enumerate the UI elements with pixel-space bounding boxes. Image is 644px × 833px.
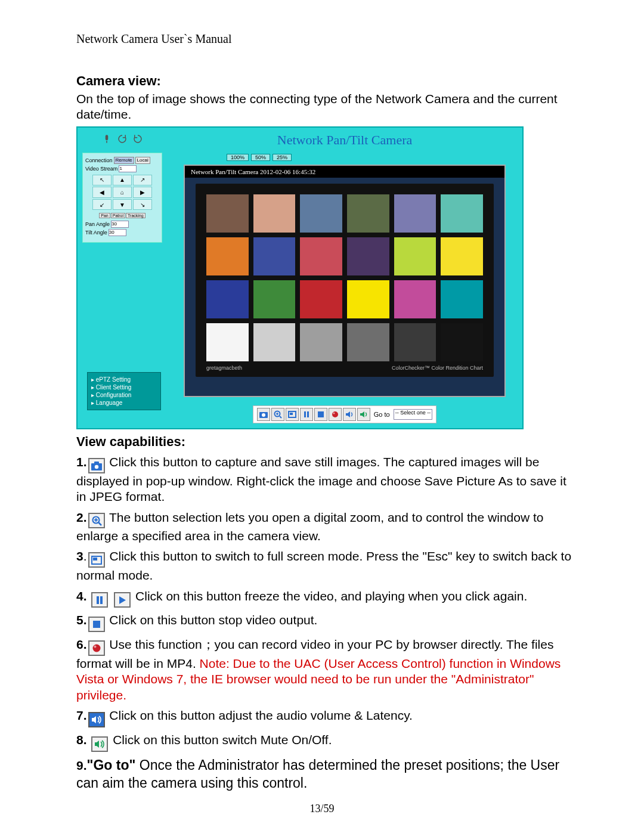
zoom-100[interactable]: 100%: [227, 154, 249, 161]
svg-line-19: [98, 522, 101, 525]
ptz-up-right[interactable]: ↗: [133, 175, 152, 186]
ptz-home[interactable]: ⌂: [113, 187, 132, 198]
cap8-text: Click on this button switch Mute On/Off.: [113, 733, 332, 747]
connection-label: Connection: [85, 157, 113, 163]
num-8: 8.: [76, 733, 87, 747]
fullscreen-icon: [288, 411, 296, 418]
refresh-icon: [117, 134, 128, 144]
svg-rect-26: [93, 621, 100, 628]
pan-button[interactable]: Pan: [99, 213, 110, 218]
tilt-angle-select[interactable]: 30: [109, 229, 126, 236]
cap4-text: Click on this button freeze the video, a…: [135, 589, 527, 603]
ptz-down-right[interactable]: ↘: [133, 199, 152, 210]
patrol-button[interactable]: Patrol: [111, 213, 125, 218]
ptz-down-left[interactable]: ↙: [92, 199, 112, 210]
record-icon: [332, 411, 339, 418]
ptz-down[interactable]: ▼: [113, 199, 132, 210]
pan-angle-select[interactable]: 30: [111, 221, 129, 228]
cap2-text: The button selection lets you open a dig…: [76, 510, 543, 543]
capability-7: 7. Click on this button adjust the audio…: [76, 708, 578, 727]
svg-point-13: [332, 411, 338, 417]
checker-swatch-16: [394, 280, 436, 318]
svg-rect-11: [307, 411, 309, 417]
mic-icon: [101, 134, 112, 144]
sidebar-top-icons: [78, 128, 167, 144]
remote-button[interactable]: Remote: [114, 157, 134, 164]
num-3: 3: [76, 549, 83, 563]
capability-6: 6. Use this function；you can record vide…: [76, 637, 578, 703]
checker-swatch-0: [206, 194, 249, 233]
toolbar-stop[interactable]: [314, 408, 327, 421]
checker-swatch-10: [394, 237, 436, 275]
toolbar-pause[interactable]: [300, 408, 313, 421]
video-stream-select[interactable]: 1: [119, 165, 137, 172]
capability-3: 3. Click this button to switch to full s…: [76, 549, 578, 584]
camera-view-heading: Camera view:: [76, 73, 578, 89]
checker-swatch-23: [441, 323, 483, 361]
zoom-icon: [274, 410, 282, 419]
capability-2: 2. The button selection lets you open a …: [76, 510, 578, 544]
control-panel: Connection Remote Local Video Stream 1 ↖…: [82, 153, 162, 243]
cap1-text: Click this button to capture and save st…: [76, 455, 566, 504]
capability-1: 1. Click this button to capture and save…: [76, 454, 578, 505]
stop-icon-box: [88, 617, 105, 632]
checker-name: ColorChecker™ Color Rendition Chart: [392, 365, 483, 371]
local-button[interactable]: Local: [135, 157, 150, 164]
checker-swatch-6: [206, 237, 249, 275]
toolbar-record[interactable]: [329, 408, 342, 421]
camera-icon: [259, 411, 268, 418]
pan-angle-label: Pan Angle: [85, 221, 110, 227]
fullscreen-icon-box: [88, 552, 105, 568]
capability-9: 9."Go to" Once the Administrator has det…: [76, 757, 578, 792]
tracking-button[interactable]: Tracking: [126, 213, 145, 218]
checker-swatch-8: [300, 237, 342, 275]
ptz-up[interactable]: ▲: [113, 175, 132, 186]
num-5: 5.: [76, 613, 87, 627]
pause-icon: [303, 411, 310, 418]
volume-icon-box: [88, 712, 105, 727]
stop-icon: [317, 411, 324, 418]
toolbar-fullscreen[interactable]: [286, 408, 299, 421]
checker-swatch-20: [300, 323, 342, 361]
zoom-25[interactable]: 25%: [273, 154, 292, 161]
color-checker: gretagmacbeth ColorChecker™ Color Rendit…: [196, 184, 494, 377]
checker-swatch-19: [253, 323, 296, 361]
capability-5: 5. Click on this button stop video outpu…: [76, 612, 578, 632]
svg-rect-10: [304, 411, 306, 417]
checker-swatch-1: [253, 194, 296, 233]
link-config[interactable]: ▸ Configuration: [91, 392, 157, 398]
link-lang[interactable]: ▸ Language: [91, 400, 157, 406]
zoom-tabs: 100% 50% 25%: [227, 154, 522, 161]
ptz-arrow-grid: ↖ ▲ ↗ ◀ ⌂ ▶ ↙ ▼ ↘: [92, 175, 152, 210]
svg-rect-12: [318, 411, 324, 417]
svg-rect-9: [290, 413, 293, 415]
svg-rect-16: [94, 462, 99, 464]
checker-swatch-2: [300, 194, 342, 233]
checker-swatch-15: [347, 280, 389, 318]
svg-rect-1: [106, 141, 107, 143]
zoom-50[interactable]: 50%: [251, 154, 270, 161]
capability-4: 4. Click on this button freeze the video…: [76, 589, 578, 608]
toolbar-volume[interactable]: [343, 408, 356, 421]
toolbar-zoom[interactable]: [271, 408, 284, 421]
link-client[interactable]: ▸ Client Setting: [91, 384, 157, 391]
goto-select[interactable]: -- Select one --: [394, 409, 433, 420]
toolbar-mute[interactable]: [357, 408, 370, 421]
checker-swatch-18: [206, 323, 249, 361]
camera-ui-screenshot: Connection Remote Local Video Stream 1 ↖…: [76, 126, 524, 429]
num-9: 9.: [76, 758, 87, 772]
screenshot-sidebar: Connection Remote Local Video Stream 1 ↖…: [78, 128, 167, 428]
toolbar-snapshot[interactable]: [257, 408, 270, 421]
mute-icon: [360, 411, 368, 418]
video-header: Network Pan/Tilt Camera 2012-02-06 16:45…: [185, 166, 504, 178]
ptz-right[interactable]: ▶: [133, 187, 152, 198]
link-eptz[interactable]: ▸ ePTZ Setting: [91, 376, 157, 383]
cap7-text: Click on this button adjust the audio vo…: [109, 708, 413, 722]
record-icon-box: [88, 640, 105, 656]
checker-swatch-21: [347, 323, 389, 361]
checker-swatch-3: [347, 194, 389, 233]
goto-bold: "Go to": [87, 757, 136, 773]
ptz-left[interactable]: ◀: [92, 187, 112, 198]
num-6: 6.: [76, 637, 87, 651]
ptz-up-left[interactable]: ↖: [92, 175, 112, 186]
